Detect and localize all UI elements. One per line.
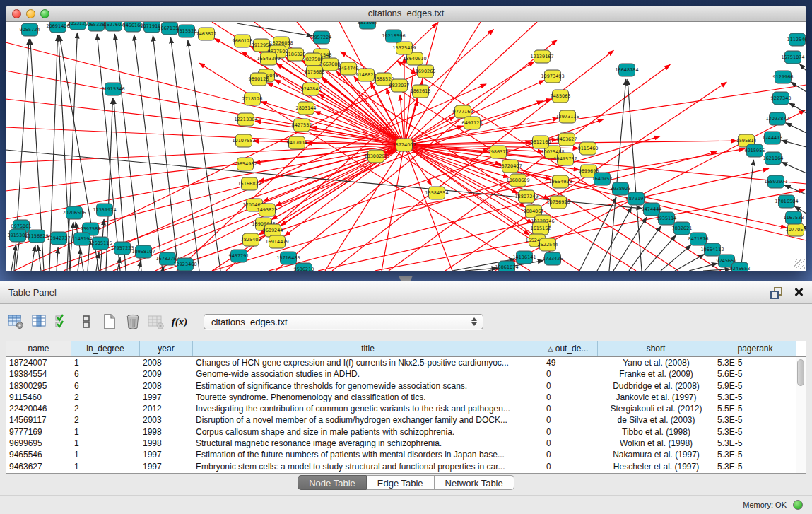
table-row[interactable]: 1456911722003Disruption of a novel membe… [6, 414, 806, 426]
graph-node[interactable]: 2935114 [657, 212, 677, 225]
graph-node[interactable]: 10958107 [131, 245, 155, 258]
graph-node[interactable]: 20691406 [46, 22, 69, 33]
window-zoom-button[interactable] [40, 9, 49, 18]
graph-node[interactable]: 7825402 [241, 233, 261, 246]
graph-node[interactable]: 1621064 [763, 152, 784, 165]
graph-node[interactable]: 7485063 [551, 90, 571, 103]
delete-table-icon[interactable] [147, 312, 165, 332]
graph-node[interactable]: 1862615 [411, 85, 431, 98]
graph-node[interactable]: 10973493 [541, 70, 564, 83]
graph-node[interactable]: 13325419 [392, 42, 416, 54]
graph-node[interactable]: 6497123 [462, 117, 483, 129]
column-header-out_de[interactable]: △out_de... [543, 341, 598, 356]
row-height-icon[interactable] [77, 312, 95, 332]
graph-node[interactable]: 19654982 [233, 158, 257, 170]
graph-node[interactable]: 15716485 [276, 252, 300, 264]
graph-node[interactable]: 7515526 [177, 25, 197, 37]
graph-node[interactable]: 15166822 [237, 177, 261, 190]
graph-node[interactable]: 1112546 [787, 33, 806, 46]
graph-node[interactable]: 9245653 [730, 262, 751, 271]
network-view-window[interactable]: citations_edges.txt 90557242069140620531… [6, 6, 806, 271]
graph-node[interactable]: 12505115 [88, 237, 112, 250]
graph-node[interactable]: 16914479 [265, 235, 288, 248]
graph-node[interactable]: 17359924 [93, 204, 116, 216]
graph-node[interactable]: 1527602 [104, 22, 124, 31]
graph-node[interactable]: 9215955 [745, 144, 765, 157]
tab-node-table[interactable]: Node Table [298, 475, 367, 490]
graph-node[interactable]: 10688609 [506, 174, 529, 187]
graph-node[interactable]: 10107552 [232, 134, 255, 147]
tab-network-table[interactable]: Network Table [435, 475, 514, 490]
graph-node[interactable]: 9822037 [389, 79, 410, 92]
delete-file-icon[interactable] [124, 312, 142, 332]
graph-node[interactable]: 7986372 [488, 146, 509, 158]
graph-node[interactable]: 19495757 [553, 153, 577, 165]
graph-node[interactable]: 9055724 [20, 23, 40, 36]
table-vertical-scrollbar[interactable] [796, 357, 806, 473]
function-builder-icon[interactable]: f(x) [170, 312, 189, 332]
graph-node[interactable]: 9463627 [557, 133, 577, 146]
table-settings-icon[interactable] [7, 312, 25, 332]
table-row[interactable]: 946362711997Embryonic stem cells: a mode… [6, 461, 806, 472]
new-file-icon[interactable] [100, 312, 119, 332]
table-row[interactable]: 2242004622012Investigating the contribut… [6, 403, 806, 414]
graph-node[interactable]: 10654112 [700, 243, 724, 256]
graph-node[interactable]: 9689244 [263, 224, 283, 237]
graph-node[interactable]: 1640953 [592, 173, 613, 185]
graph-node[interactable]: 9175685 [305, 66, 325, 78]
tab-edge-table[interactable]: Edge Table [367, 475, 435, 490]
graph-node[interactable]: 9586210 [294, 263, 314, 271]
scrollbar-thumb[interactable] [797, 359, 804, 386]
graph-node[interactable]: 9115460 [578, 142, 599, 155]
graph-node[interactable]: 9242848 [301, 83, 322, 95]
float-panel-icon[interactable] [770, 286, 782, 298]
graph-node[interactable]: 13942737 [47, 232, 70, 245]
window-titlebar[interactable]: citations_edges.txt [6, 6, 806, 22]
table-selector-dropdown[interactable]: citations_edges.txt [204, 314, 483, 329]
table-header-row[interactable]: namein_degreeyeartitle△out_de...shortpag… [6, 341, 806, 357]
graph-node[interactable]: 20206506 [62, 206, 86, 219]
graph-node[interactable]: 8471676 [688, 233, 709, 245]
network-canvas[interactable]: 9055724206914062053128106532871527602946… [6, 22, 806, 271]
graph-node[interactable]: 1077054 [786, 223, 806, 236]
graph-node[interactable]: 12093872 [765, 112, 789, 125]
graph-node[interactable]: 2718126 [242, 93, 263, 105]
graph-node[interactable]: 8427552 [292, 119, 312, 132]
graph-node[interactable]: 6879197 [626, 192, 647, 205]
table-row[interactable]: 1872400712008Changes of HCN gene express… [6, 357, 806, 368]
window-close-button[interactable] [12, 9, 21, 18]
graph-node[interactable]: 15584554 [425, 187, 448, 199]
graph-node[interactable]: 2803144 [296, 102, 317, 115]
graph-node[interactable]: 8813054 [358, 22, 378, 29]
graph-node[interactable]: 1244413 [763, 132, 783, 144]
column-header-short[interactable]: short [598, 341, 714, 356]
graph-node[interactable]: 7832621 [672, 222, 693, 235]
graph-node[interactable]: 19218596 [382, 30, 405, 42]
table-row[interactable]: 911546021997Tourette syndrome. Phenomeno… [6, 392, 806, 403]
column-header-name[interactable]: name [6, 341, 71, 356]
graph-node[interactable]: 1733426 [543, 252, 563, 265]
graph-node[interactable]: 7957224 [312, 31, 332, 44]
graph-node[interactable]: 9417004 [287, 136, 307, 149]
close-panel-icon[interactable] [794, 287, 804, 297]
graph-node[interactable]: 2522544 [538, 238, 558, 251]
select-rows-icon[interactable] [54, 312, 72, 332]
graph-node[interactable]: 8938923 [611, 182, 631, 195]
table-row[interactable]: 969969511998Structural magnetic resonanc… [6, 438, 806, 449]
window-minimize-button[interactable] [26, 9, 35, 18]
graph-node[interactable]: 19654923 [548, 175, 572, 188]
node-table[interactable]: namein_degreeyeartitle△out_de...shortpag… [6, 341, 806, 474]
graph-node[interactable]: 9660128 [233, 35, 253, 47]
column-header-title[interactable]: title [193, 341, 543, 356]
graph-node[interactable]: 9812160 [531, 136, 551, 148]
graph-node[interactable]: 16648784 [615, 64, 638, 76]
graph-node[interactable]: 1493822 [257, 204, 278, 216]
graph-node[interactable]: 12923468 [173, 258, 196, 271]
graph-node[interactable]: 12973115 [555, 110, 579, 123]
graph-node[interactable]: 11156829 [25, 230, 48, 243]
show-columns-icon[interactable] [30, 312, 49, 332]
graph-node[interactable]: 1615152 [531, 222, 551, 235]
graph-node[interactable]: 15892971 [764, 175, 787, 188]
graph-node[interactable]: 10756928 [546, 196, 570, 209]
graph-node[interactable]: 9890128 [249, 73, 269, 86]
